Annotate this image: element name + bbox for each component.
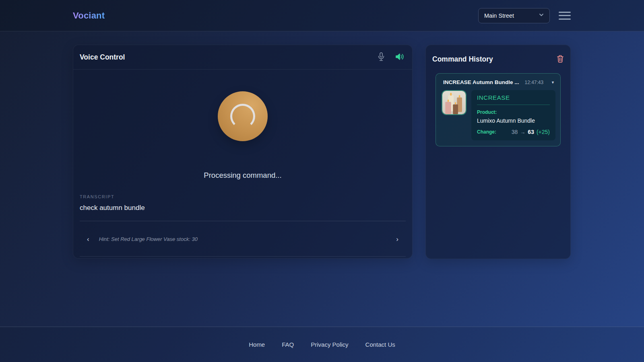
chevron-down-icon	[538, 12, 545, 19]
hint-text: Hint: Set Red Large Flower Vase stock: 3…	[99, 236, 396, 242]
change-to-value: 63	[528, 129, 534, 135]
chevron-left-icon: ‹	[87, 235, 89, 243]
hint-prev-button[interactable]: ‹	[86, 236, 90, 243]
trash-icon	[557, 55, 564, 64]
command-history-card: Command History INCREASE Autumn Bundle .…	[425, 45, 571, 259]
app-logo[interactable]: Vociant	[73, 10, 105, 21]
arrow-right-icon: →	[520, 129, 525, 135]
transcript-section: TRANSCRIPT check autumn bundle	[73, 194, 412, 221]
main-content: Voice Control	[0, 31, 644, 327]
hamburger-icon	[559, 12, 571, 13]
change-delta-value: (+25)	[537, 129, 550, 135]
footer-link-privacy-policy[interactable]: Privacy Policy	[311, 341, 348, 348]
clear-history-button[interactable]	[557, 55, 564, 64]
change-label: Change:	[477, 129, 496, 135]
processing-status-text: Processing command...	[204, 171, 281, 180]
microphone-icon	[378, 52, 385, 62]
product-image	[442, 90, 466, 115]
speaker-toggle-button[interactable]	[395, 53, 404, 62]
voice-control-card: Voice Control	[73, 45, 413, 259]
voice-control-title: Voice Control	[80, 53, 125, 62]
speaker-icon	[395, 53, 404, 62]
entry-detail: INCREASE Product: Lumixo Autumn Bundle C…	[442, 90, 555, 140]
hamburger-icon	[559, 15, 571, 16]
history-entry: INCREASE Autumn Bundle ... 12:47:43 ▼	[436, 73, 561, 146]
action-type-label: INCREASE	[477, 94, 550, 105]
chevron-right-icon: ›	[396, 235, 398, 243]
hamburger-menu-button[interactable]	[559, 11, 571, 20]
hint-next-button[interactable]: ›	[395, 236, 399, 243]
transcript-text: check autumn bundle	[80, 204, 406, 221]
hint-carousel: ‹ Hint: Set Red Large Flower Vase stock:…	[80, 236, 406, 257]
store-selector-value: Main Street	[484, 12, 514, 19]
command-history-header: Command History	[426, 45, 570, 73]
voice-control-header: Voice Control	[73, 45, 412, 70]
change-from-value: 38	[512, 129, 518, 135]
footer-link-contact-us[interactable]: Contact Us	[365, 341, 395, 348]
entry-detail-panel: INCREASE Product: Lumixo Autumn Bundle C…	[471, 90, 555, 140]
caret-down-icon: ▼	[551, 80, 555, 84]
microphone-button[interactable]	[378, 52, 385, 62]
footer-link-faq[interactable]: FAQ	[282, 341, 294, 348]
entry-summary: INCREASE Autumn Bundle ...	[443, 79, 519, 85]
product-name: Lumixo Autumn Bundle	[477, 117, 550, 124]
entry-timestamp: 12:47:43	[525, 80, 544, 85]
footer-link-home[interactable]: Home	[249, 341, 265, 348]
store-selector[interactable]: Main Street	[478, 8, 550, 23]
hamburger-icon	[559, 19, 571, 20]
product-label: Product:	[477, 109, 550, 115]
voice-control-body: Processing command... TRANSCRIPT check a…	[73, 70, 412, 258]
footer: Home FAQ Privacy Policy Contact Us	[0, 327, 644, 362]
voice-orb[interactable]	[218, 91, 268, 141]
header-bar: Vociant Main Street	[0, 0, 644, 31]
transcript-label: TRANSCRIPT	[80, 194, 406, 199]
history-entry-toggle[interactable]: INCREASE Autumn Bundle ... 12:47:43 ▼	[442, 78, 555, 90]
command-history-title: Command History	[432, 55, 493, 64]
loading-spinner-icon	[230, 104, 255, 129]
